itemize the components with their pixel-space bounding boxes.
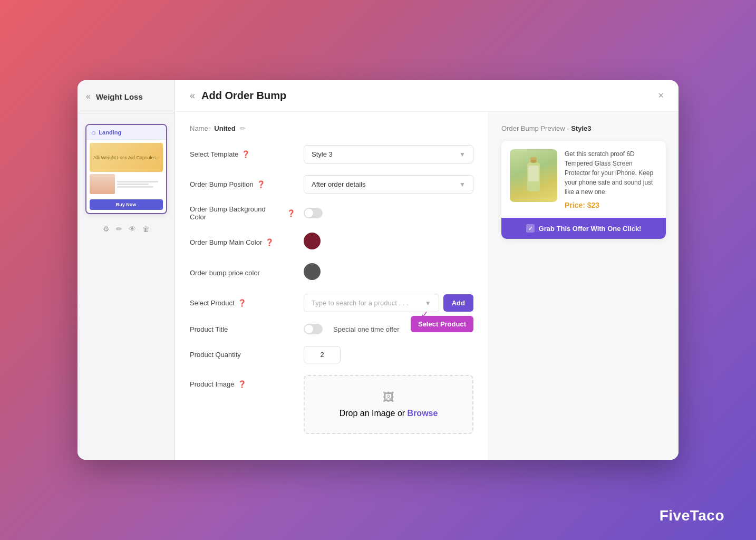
sidebar-icons: ⚙ ✏ 👁 🗑	[103, 220, 150, 237]
eye-icon[interactable]: 👁	[129, 225, 136, 233]
position-help-icon: ❓	[257, 180, 265, 188]
product-title-placeholder: Special one time offer	[333, 325, 400, 333]
product-qty-control	[304, 346, 473, 363]
main-color-help-icon: ❓	[265, 238, 274, 246]
product-row: Select Product ❓ Type to search for a pr…	[190, 294, 473, 312]
trash-icon[interactable]: 🗑	[142, 225, 150, 233]
product-title-label: Product Title	[190, 325, 295, 333]
product-title-toggle[interactable]	[304, 324, 323, 334]
preview-row	[90, 174, 163, 194]
template-label: Select Template ❓	[190, 150, 295, 158]
position-value: After order details	[312, 180, 366, 188]
product-help-icon: ❓	[238, 299, 246, 307]
preview-card: Get this scratch proof 6D Tempered Glass…	[501, 141, 666, 239]
product-qty-row: Product Quantity	[190, 346, 473, 363]
preview-header-text: Order Bump Preview -	[501, 124, 571, 132]
settings-icon[interactable]: ⚙	[103, 225, 110, 233]
landing-tab: ⌂ Landing	[86, 125, 166, 140]
product-search-placeholder: Type to search for a product . . .	[312, 299, 409, 307]
dropdown-chevron-icon: ▼	[425, 300, 431, 307]
form-section: Name: United ✏ Select Template ❓ Style 3…	[175, 112, 489, 460]
sidebar: « Weight Loss ⌂ Landing Alli Weight Loss…	[77, 80, 175, 460]
template-dropdown[interactable]: Style 3 ▼	[304, 145, 473, 163]
modal-back-icon[interactable]: «	[190, 90, 195, 101]
sidebar-content: ⌂ Landing Alli Weight Loss Aid Capsules.…	[77, 113, 175, 460]
sidebar-header: « Weight Loss	[77, 80, 175, 113]
price-color-control	[304, 263, 473, 282]
svg-rect-3	[528, 166, 539, 181]
image-help-icon: ❓	[238, 380, 246, 388]
modal-close-button[interactable]: ×	[658, 90, 664, 101]
bg-color-toggle[interactable]	[304, 208, 323, 218]
preview-section: Order Bump Preview - Style3	[489, 112, 679, 460]
landing-preview: Alli Weight Loss Aid Capsules..	[86, 140, 166, 197]
svg-point-4	[530, 160, 537, 163]
select-product-tooltip[interactable]: Select Product	[411, 316, 473, 332]
product-price: Price: $23	[565, 201, 657, 209]
grab-checkbox-icon: ✓	[526, 224, 535, 233]
preview-header: Order Bump Preview - Style3	[501, 124, 666, 132]
brand-label: FiveTaco	[660, 507, 724, 524]
main-color-label: Order Bump Main Color ❓	[190, 238, 295, 246]
bottle-svg-icon	[523, 156, 544, 196]
name-edit-icon[interactable]: ✏	[240, 124, 246, 132]
price-color-label: Order bump price color	[190, 269, 295, 277]
add-product-button[interactable]: Add	[443, 294, 473, 312]
price-color-swatch[interactable]	[304, 263, 321, 280]
buy-now-button[interactable]: Buy Now	[90, 199, 163, 210]
price-color-row: Order bump price color	[190, 263, 473, 282]
landing-card[interactable]: ⌂ Landing Alli Weight Loss Aid Capsules.…	[85, 124, 167, 214]
modal-body: Name: United ✏ Select Template ❓ Style 3…	[175, 112, 679, 460]
product-image-control: 🖼 Drop an Image or Browse	[304, 375, 473, 434]
chevron-down-icon: ▼	[459, 151, 466, 158]
preview-person	[90, 174, 115, 194]
preview-text-block	[117, 174, 163, 194]
landing-tab-label: Landing	[99, 129, 121, 136]
product-description: Get this scratch proof 6D Tempered Glass…	[565, 149, 657, 197]
product-thumb-inner	[510, 149, 557, 202]
position-label: Order Bump Position ❓	[190, 180, 295, 188]
main-color-row: Order Bump Main Color ❓	[190, 233, 473, 252]
position-dropdown[interactable]: After order details ▼	[304, 175, 473, 194]
image-drop-zone[interactable]: 🖼 Drop an Image or Browse	[304, 375, 473, 434]
grab-offer-button[interactable]: ✓ Grab This Offer With One Click!	[501, 218, 666, 239]
drop-label: Drop an Image or	[340, 409, 408, 418]
product-info: Get this scratch proof 6D Tempered Glass…	[565, 149, 657, 209]
main-container: « Weight Loss ⌂ Landing Alli Weight Loss…	[77, 80, 679, 460]
main-color-control	[304, 233, 473, 252]
home-icon: ⌂	[92, 128, 96, 136]
bg-color-row: Order Bump Background Color ❓	[190, 205, 473, 221]
preview-card-body: Get this scratch proof 6D Tempered Glass…	[501, 141, 666, 218]
product-qty-label: Product Quantity	[190, 351, 295, 359]
sidebar-back-icon[interactable]: «	[86, 92, 91, 101]
browse-link[interactable]: Browse	[408, 409, 438, 418]
chevron-down-icon-2: ▼	[459, 181, 466, 188]
name-value: United	[214, 124, 235, 132]
product-search-input[interactable]: Type to search for a product . . . ▼	[304, 294, 439, 312]
modal-area: « Add Order Bump × Name: United ✏ Select…	[175, 80, 679, 460]
bg-color-label: Order Bump Background Color ❓	[190, 205, 295, 221]
quantity-input[interactable]	[304, 346, 341, 363]
grab-button-label: Grab This Offer With One Click!	[539, 225, 642, 233]
name-row: Name: United ✏	[190, 124, 473, 132]
product-image-label: Product Image ❓	[190, 375, 295, 388]
bg-color-help-icon: ❓	[287, 209, 295, 217]
modal-header: « Add Order Bump ×	[175, 80, 679, 112]
image-upload-icon: 🖼	[383, 391, 394, 404]
product-label: Select Product ❓	[190, 299, 295, 307]
main-color-swatch[interactable]	[304, 233, 321, 249]
preview-image: Alli Weight Loss Aid Capsules..	[90, 143, 163, 172]
position-row: Order Bump Position ❓ After order detail…	[190, 175, 473, 194]
sidebar-title: Weight Loss	[96, 92, 143, 101]
product-control: Type to search for a product . . . ▼ Add…	[304, 294, 473, 312]
product-image-row: Product Image ❓ 🖼 Drop an Image or Brows…	[190, 375, 473, 434]
preview-style: Style3	[571, 124, 591, 132]
template-row: Select Template ❓ Style 3 ▼	[190, 145, 473, 163]
bg-color-control	[304, 208, 473, 218]
drop-text: Drop an Image or Browse	[340, 409, 438, 418]
modal-title: Add Order Bump	[201, 90, 286, 102]
name-label: Name:	[190, 124, 210, 132]
edit-icon[interactable]: ✏	[116, 225, 122, 233]
template-value: Style 3	[312, 150, 333, 158]
template-help-icon: ❓	[241, 150, 250, 158]
